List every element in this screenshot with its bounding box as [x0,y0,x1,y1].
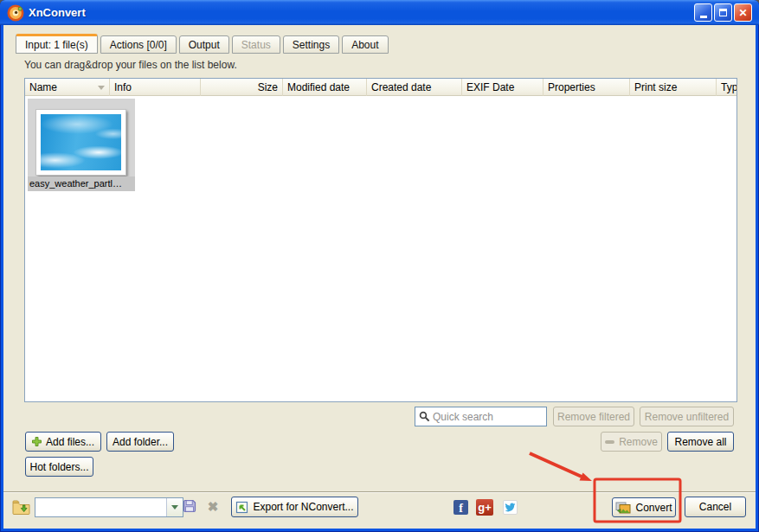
tab-settings-label: Settings [293,39,330,51]
column-header-print-size-label: Print size [634,81,677,93]
titlebar[interactable]: XnConvert ✕ [0,0,759,25]
column-header-name-label: Name [29,81,57,93]
file-thumbnail-frame [35,109,126,176]
export-icon [235,501,248,514]
script-selector-value[interactable] [35,498,166,516]
convert-label: Convert [635,502,672,514]
footer-separator [3,491,756,493]
quick-search-box [415,407,547,426]
remove-filtered-button: Remove filtered [553,407,634,426]
column-header-created-date-label: Created date [371,81,431,93]
minimize-button[interactable] [694,3,712,22]
tab-bar: Input: 1 file(s) Actions [0/0] Output St… [16,34,389,54]
column-header-modified-date-label: Modified date [287,81,350,93]
minimize-icon [700,16,707,18]
tab-settings[interactable]: Settings [283,35,339,54]
list-header: Name Info Size Modified date Created dat… [25,79,736,96]
column-header-print-size[interactable]: Print size [630,79,717,96]
column-header-size-label: Size [258,81,278,93]
file-list[interactable]: Name Info Size Modified date Created dat… [24,78,737,402]
column-header-info[interactable]: Info [110,79,201,96]
twitter-icon[interactable] [503,500,518,515]
column-header-type-label: Type [721,81,737,93]
column-header-exif-date-label: EXIF Date [466,81,514,93]
remove-filtered-label: Remove filtered [557,411,630,423]
delete-x-glyph: ✖ [208,499,219,515]
add-plus-icon [32,437,42,446]
tab-actions[interactable]: Actions [0/0] [100,35,177,54]
dragdrop-hint: You can drag&drop your files on the list… [24,59,237,71]
search-icon [419,411,430,422]
column-header-modified-date[interactable]: Modified date [283,79,367,96]
open-script-folder-icon[interactable] [11,498,30,516]
close-button[interactable]: ✕ [734,3,752,22]
hot-folders-button[interactable]: Hot folders... [25,457,93,477]
file-thumbnail-image [41,114,121,170]
tab-output-label: Output [189,39,220,51]
export-nconvert-button[interactable]: Export for NConvert... [231,497,358,517]
tab-actions-label: Actions [0/0] [110,39,167,51]
window-controls: ✕ [694,3,754,22]
export-nconvert-label: Export for NConvert... [253,501,353,513]
remove-unfiltered-label: Remove unfiltered [645,411,729,423]
save-script-icon[interactable] [182,498,197,514]
add-files-button[interactable]: Add files... [25,432,101,452]
column-header-name[interactable]: Name [25,79,110,96]
remove-all-label: Remove all [674,436,726,448]
xnconvert-logo-icon [7,4,24,22]
script-selector[interactable] [35,497,183,517]
maximize-icon [719,9,727,16]
tab-input[interactable]: Input: 1 file(s) [16,34,98,54]
client-area: Input: 1 file(s) Actions [0/0] Output St… [3,25,756,529]
remove-all-button[interactable]: Remove all [667,432,734,452]
tab-output[interactable]: Output [179,35,229,54]
column-header-properties[interactable]: Properties [544,79,630,96]
convert-images-icon [615,502,631,514]
googleplus-glyph: g+ [478,500,492,515]
remove-unfiltered-button: Remove unfiltered [640,407,734,426]
tab-status: Status [232,35,280,54]
delete-script-icon: ✖ [205,499,221,515]
file-list-item[interactable]: easy_weather_partl… [28,99,135,191]
tab-about-label: About [351,39,378,51]
column-header-size[interactable]: Size [201,79,283,96]
tab-about[interactable]: About [342,35,388,54]
window-title: XnConvert [29,6,86,19]
remove-minus-icon [605,440,614,444]
column-header-exif-date[interactable]: EXIF Date [462,79,544,96]
add-folder-button[interactable]: Add folder... [106,432,174,452]
cancel-button[interactable]: Cancel [685,497,746,517]
googleplus-icon[interactable]: g+ [476,499,493,516]
add-folder-label: Add folder... [113,436,168,448]
column-header-created-date[interactable]: Created date [367,79,462,96]
chevron-down-icon [171,505,178,510]
facebook-glyph: f [459,502,463,515]
column-header-type[interactable]: Type [717,79,737,96]
quick-search-input[interactable] [433,411,543,423]
tab-input-label: Input: 1 file(s) [25,39,88,51]
script-selector-dropdown-button[interactable] [166,498,183,516]
sort-desc-icon [98,86,105,90]
remove-button: Remove [601,432,662,452]
add-files-label: Add files... [46,436,94,448]
hot-folders-label: Hot folders... [29,461,88,473]
twitter-bird [505,502,516,513]
column-header-info-label: Info [114,81,132,93]
remove-label: Remove [619,436,658,448]
convert-button[interactable]: Convert [612,497,676,517]
maximize-button[interactable] [714,3,732,22]
tab-status-label: Status [241,39,271,51]
xnconvert-window: XnConvert ✕ Input: 1 file(s) Actions [0/… [0,0,759,532]
column-header-properties-label: Properties [548,81,595,93]
facebook-icon[interactable]: f [453,500,468,515]
file-name-label: easy_weather_partl… [28,176,135,191]
cancel-label: Cancel [699,501,731,513]
close-icon: ✕ [738,8,747,18]
